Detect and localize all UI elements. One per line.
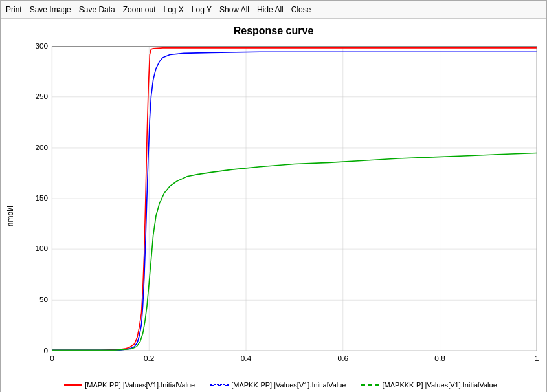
- show-all-button[interactable]: Show All: [219, 5, 249, 14]
- log-x-button[interactable]: Log X: [163, 5, 183, 14]
- legend-label-red: [MAPK-PP] |Values[V1].InitialValue: [85, 381, 195, 389]
- svg-text:250: 250: [35, 92, 48, 100]
- chart-title: Response curve: [3, 21, 544, 39]
- svg-text:0.8: 0.8: [434, 354, 445, 362]
- app-window: Print Save Image Save Data Zoom out Log …: [0, 0, 547, 392]
- legend: [MAPK-PP] |Values[V1].InitialValue [MAPK…: [17, 378, 544, 392]
- legend-item-mapkpp: [MAPK-PP] |Values[V1].InitialValue: [64, 381, 195, 389]
- plot-area: 0 50 100 150 200 250 300 0 0.2 0.4 0.6 0…: [17, 39, 544, 392]
- legend-item-mapkkkp: [MAPKKK-P] |Values[V1].InitialValue: [361, 381, 497, 389]
- svg-text:0.4: 0.4: [241, 354, 252, 362]
- print-button[interactable]: Print: [6, 5, 22, 14]
- legend-line-green: [361, 384, 379, 386]
- legend-label-blue: [MAPKK-PP] |Values[V1].InitialValue: [231, 381, 346, 389]
- svg-text:50: 50: [39, 295, 49, 303]
- legend-line-blue: [210, 384, 229, 386]
- y-axis-label: nmol/l: [3, 39, 17, 392]
- svg-text:0: 0: [44, 346, 49, 354]
- chart-area: Response curve nmol/l: [1, 19, 546, 392]
- chart-container: nmol/l: [3, 39, 544, 392]
- svg-text:0.2: 0.2: [144, 354, 154, 362]
- svg-text:150: 150: [35, 193, 48, 202]
- log-y-button[interactable]: Log Y: [192, 5, 212, 14]
- svg-text:0.6: 0.6: [338, 354, 349, 362]
- zoom-out-button[interactable]: Zoom out: [123, 5, 156, 14]
- toolbar: Print Save Image Save Data Zoom out Log …: [1, 1, 546, 19]
- save-data-button[interactable]: Save Data: [79, 5, 115, 14]
- svg-text:1: 1: [535, 354, 539, 362]
- legend-item-mapkkpp: [MAPKK-PP] |Values[V1].InitialValue: [210, 381, 346, 389]
- svg-text:300: 300: [35, 41, 48, 50]
- save-image-button[interactable]: Save Image: [30, 5, 71, 14]
- svg-text:0: 0: [50, 354, 54, 362]
- chart-svg: 0 50 100 150 200 250 300 0 0.2 0.4 0.6 0…: [17, 39, 544, 378]
- hide-all-button[interactable]: Hide All: [257, 5, 284, 14]
- legend-line-red: [64, 384, 82, 386]
- svg-text:100: 100: [35, 244, 48, 252]
- legend-label-green: [MAPKKK-P] |Values[V1].InitialValue: [382, 381, 497, 389]
- close-button[interactable]: Close: [291, 5, 311, 14]
- svg-text:200: 200: [35, 143, 48, 151]
